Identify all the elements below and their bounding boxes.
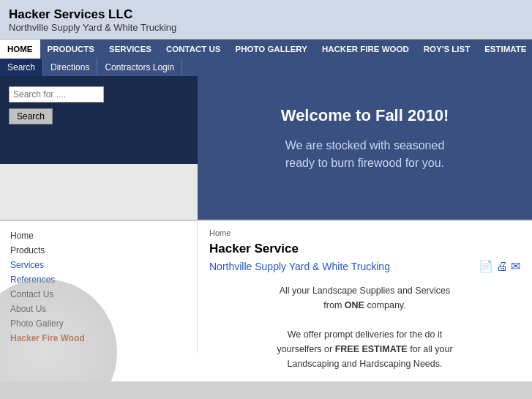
company-subtitle: Northville Supply Yard & White Trucking bbox=[9, 22, 523, 33]
tab-row: SearchDirectionsContractors Login bbox=[0, 59, 198, 76]
nav-item-hacker-fire-wood[interactable]: HACKER FIRE WOOD bbox=[315, 40, 416, 59]
nav-item-contact-us[interactable]: CONTACT US bbox=[159, 40, 228, 59]
left-nav-photo-gallery[interactable]: Photo Gallery bbox=[10, 316, 187, 331]
main-wrapper: SearchDirectionsContractors Login Search… bbox=[0, 59, 532, 220]
left-nav-about-us[interactable]: About Us bbox=[10, 302, 187, 316]
email-icon[interactable]: ✉ bbox=[511, 259, 520, 273]
content-line3: We offer prompt deliveries for the do it bbox=[217, 327, 513, 342]
content-title: Hacker Service bbox=[209, 242, 520, 256]
breadcrumb: Home bbox=[209, 228, 520, 237]
hero-banner: Welcome to Fall 2010! We are stocked wit… bbox=[198, 59, 532, 220]
left-nav-home[interactable]: Home bbox=[10, 228, 187, 243]
nav-item-home[interactable]: HOME bbox=[0, 40, 40, 59]
content-line2: from ONE company. bbox=[217, 298, 513, 313]
left-nav-references[interactable]: References bbox=[10, 272, 187, 287]
left-nav-hacker-fire-wood[interactable]: Hacker Fire Wood bbox=[10, 331, 187, 346]
hero-body: We are stocked with seasonedready to bur… bbox=[285, 137, 445, 172]
page-header: Hacker Services LLC Northville Supply Ya… bbox=[0, 0, 532, 40]
main-nav: HOMEPRODUCTSSERVICESCONTACT USPHOTO GALL… bbox=[0, 40, 532, 59]
left-nav: HomeProductsServicesReferencesContact Us… bbox=[0, 221, 198, 353]
left-nav-wrapper: HomeProductsServicesReferencesContact Us… bbox=[0, 221, 198, 381]
content-subtitle-text: Northville Supply Yard & White Trucking bbox=[209, 261, 390, 272]
company-name: Hacker Services LLC bbox=[9, 7, 523, 22]
one-bold: ONE bbox=[345, 300, 364, 310]
pdf-icon[interactable]: 📄 bbox=[479, 259, 493, 273]
bottom-wrapper: HomeProductsServicesReferencesContact Us… bbox=[0, 220, 532, 381]
nav-item-services[interactable]: SERVICES bbox=[102, 40, 159, 59]
print-icon[interactable]: 🖨 bbox=[496, 260, 508, 273]
nav-item-photo-gallery[interactable]: PHOTO GALLERY bbox=[228, 40, 315, 59]
left-nav-services[interactable]: Services bbox=[10, 258, 187, 272]
search-panel: Search bbox=[0, 76, 198, 164]
content-line4: yourselfers or FREE ESTIMATE for all you… bbox=[217, 342, 513, 357]
search-input[interactable] bbox=[9, 86, 104, 102]
content-icons: 📄 🖨 ✉ bbox=[479, 259, 520, 273]
tab-directions[interactable]: Directions bbox=[43, 59, 97, 76]
nav-item-roy's-list[interactable]: ROY'S LIST bbox=[416, 40, 477, 59]
content-subtitle: Northville Supply Yard & White Trucking … bbox=[209, 259, 520, 273]
content-line1: All your Landscape Supplies and Services bbox=[217, 283, 513, 298]
search-button[interactable]: Search bbox=[9, 108, 53, 124]
nav-item-products[interactable]: PRODUCTS bbox=[40, 40, 102, 59]
content-body: All your Landscape Supplies and Services… bbox=[209, 280, 520, 374]
left-nav-products[interactable]: Products bbox=[10, 243, 187, 258]
content-line5: Landscaping and Hardscaping Needs. bbox=[217, 357, 513, 371]
content-area: Home Hacker Service Northville Supply Ya… bbox=[198, 221, 532, 381]
nav-item-estimate[interactable]: ESTIMATE bbox=[477, 40, 532, 59]
free-estimate-bold: FREE ESTIMATE bbox=[335, 344, 408, 354]
tab-contractors-login[interactable]: Contractors Login bbox=[97, 59, 182, 76]
sidebar: SearchDirectionsContractors Login Search bbox=[0, 59, 198, 220]
hero-heading: Welcome to Fall 2010! bbox=[281, 106, 449, 125]
left-nav-contact-us[interactable]: Contact Us bbox=[10, 287, 187, 302]
tab-search[interactable]: Search bbox=[0, 59, 43, 76]
